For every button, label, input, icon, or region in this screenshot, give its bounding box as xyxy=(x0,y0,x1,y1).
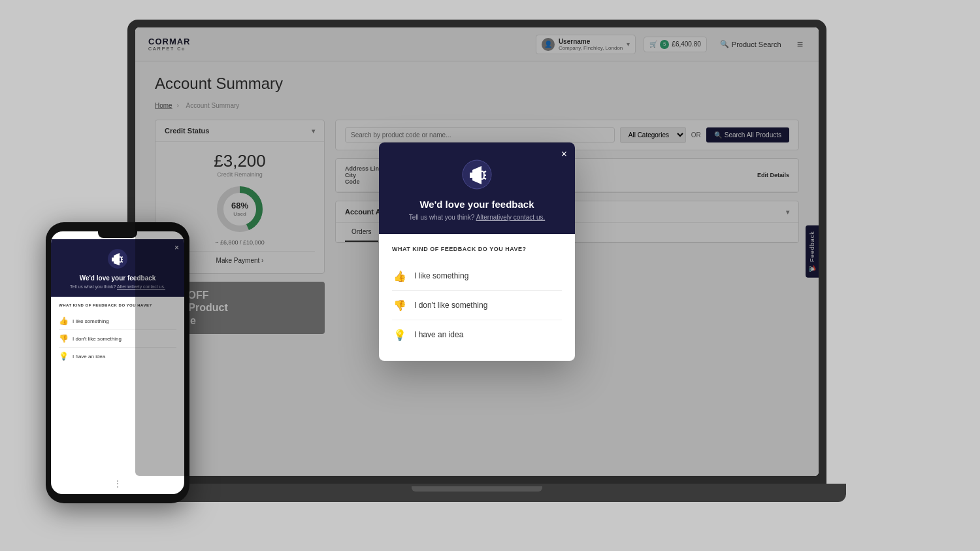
modal-contact-link[interactable]: Alternatively contact us. xyxy=(476,214,546,221)
svg-line-13 xyxy=(121,257,123,258)
thumbs-up-icon: 👍 xyxy=(392,268,408,284)
feedback-dislike-label: I don't like something xyxy=(414,301,487,310)
phone-lightbulb-icon: 💡 xyxy=(59,352,69,361)
phone-bottom-bar: ⋮ xyxy=(51,478,184,489)
phone-dislike-label: I don't like something xyxy=(73,336,122,342)
svg-marker-10 xyxy=(112,258,114,261)
phone-megaphone-icon xyxy=(107,248,128,269)
phone-options-icon[interactable]: ⋮ xyxy=(113,478,122,489)
svg-line-15 xyxy=(121,261,123,262)
thumbs-down-icon: 👎 xyxy=(392,297,408,313)
feedback-idea-label: I have an idea xyxy=(414,330,463,339)
phone-thumbs-up-icon: 👍 xyxy=(59,316,69,326)
lightbulb-icon: 💡 xyxy=(392,327,408,342)
scene: CORMAR CARPET Co 👤 Username Company, Fin… xyxy=(0,0,980,551)
modal-subtitle: Tell us what you think? Alternatively co… xyxy=(392,214,562,221)
laptop-base xyxy=(108,484,846,502)
phone-like-label: I like something xyxy=(73,318,109,324)
feedback-option-like[interactable]: 👍 I like something xyxy=(392,261,562,291)
modal-close-button[interactable]: × xyxy=(561,149,567,159)
megaphone-icon xyxy=(461,158,493,191)
feedback-option-idea[interactable]: 💡 I have an idea xyxy=(392,320,562,349)
feedback-like-label: I like something xyxy=(414,271,468,280)
modal-overlay: × xyxy=(135,27,819,476)
feedback-option-dislike[interactable]: 👎 I don't like something xyxy=(392,291,562,320)
modal-body: WHAT KIND OF FEEDBACK DO YOU HAVE? 👍 I l… xyxy=(379,234,575,361)
modal-header: × xyxy=(379,142,575,234)
phone-notch xyxy=(98,231,137,238)
feedback-modal: × xyxy=(379,142,575,361)
modal-title: We'd love your feedback xyxy=(392,199,562,210)
phone-idea-label: I have an idea xyxy=(73,354,105,359)
svg-marker-3 xyxy=(470,173,472,178)
laptop-body: CORMAR CARPET Co 👤 Username Company, Fin… xyxy=(127,20,826,484)
laptop-screen: CORMAR CARPET Co 👤 Username Company, Fin… xyxy=(135,27,819,476)
feedback-question: WHAT KIND OF FEEDBACK DO YOU HAVE? xyxy=(392,246,562,252)
laptop: CORMAR CARPET Co 👤 Username Company, Fin… xyxy=(127,20,826,516)
phone-thumbs-down-icon: 👎 xyxy=(59,334,69,343)
